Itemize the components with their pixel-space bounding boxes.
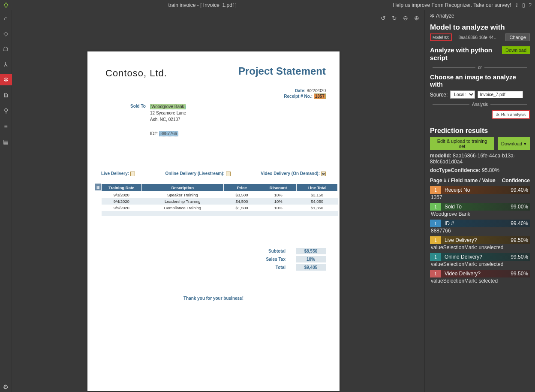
zoom-in-icon[interactable]: ⊕ — [414, 15, 419, 21]
undo-icon[interactable]: ↺ — [381, 15, 386, 21]
subtotal-label: Subtotal — [251, 249, 286, 253]
page-badge: 1 — [430, 253, 441, 261]
statement-title: Project Statement — [238, 65, 326, 77]
python-heading: Analyze with python script — [430, 46, 494, 62]
video-delivery-checkbox — [321, 172, 326, 176]
receipt-label: Receipt # No.: — [284, 94, 313, 99]
analyze-gear-icon[interactable]: ✲ — [0, 75, 12, 85]
chevron-down-icon: ▾ — [524, 141, 526, 147]
soldto-name: Woodgrove Bank — [150, 104, 186, 109]
document-icon[interactable]: 🗎 — [0, 90, 12, 100]
field-confidence: 99.40% — [511, 187, 530, 193]
totals-block: Subtotal$8,550 Sales Tax10% Total$9,405 — [251, 248, 326, 272]
merge-icon[interactable]: ⅄ — [0, 59, 12, 69]
th-price: Price — [224, 184, 260, 192]
survey-link[interactable]: Help us improve Form Recognizer. Take ou… — [393, 2, 511, 8]
tag-icon[interactable]: ◇ — [0, 28, 12, 39]
field-value: 8887766 — [430, 227, 530, 234]
edit-upload-button[interactable]: Edit & upload to training set — [430, 137, 494, 150]
page-badge: 1 — [430, 186, 441, 194]
field-confidence: 99.50% — [511, 237, 530, 243]
source-select[interactable]: Local file — [450, 90, 475, 99]
prediction-field[interactable]: 1Sold To99.00%Woodgrove Bank — [430, 203, 530, 217]
or-divider: or — [430, 65, 530, 70]
prediction-field[interactable]: 1Receipt No99.40%1357 — [430, 186, 530, 200]
left-sidebar: ⌂ ◇ ☖ ⅄ ✲ 🗎 ⚲ ≡ ▤ ⚙ — [0, 10, 12, 392]
invoice-document: Contoso, Ltd. Project Statement Date: 8/… — [87, 51, 340, 391]
download-script-button[interactable]: Download — [502, 46, 530, 54]
page-badge: 1 — [430, 203, 441, 211]
home-icon[interactable]: ⌂ — [0, 13, 12, 23]
analyze-tab[interactable]: ✲Analyze — [430, 10, 530, 21]
field-confidence: 99.40% — [511, 220, 530, 226]
prediction-field[interactable]: 1Video Delivery?99.50%valueSelectionMark… — [430, 270, 530, 284]
plug-icon[interactable]: ⚲ — [0, 106, 12, 116]
run-analysis-button[interactable]: ✲Run analysis — [492, 110, 530, 119]
soldto-label: Sold To — [130, 104, 146, 109]
field-value: valueSelectionMark: unselected — [430, 244, 530, 250]
redo-icon[interactable]: ↻ — [392, 15, 397, 21]
document-canvas: ↺ ↻ ⊖ ⊕ Contoso, Ltd. Project Statement … — [12, 10, 424, 392]
receipt-row: Receipt # No.: 1357 — [284, 94, 326, 99]
field-confidence: 99.50% — [511, 271, 530, 277]
model-id-value: 8aa16866-16fe-44ca-b13a-8bfc6a… — [458, 35, 499, 40]
panel-icon[interactable]: ▯ — [522, 2, 525, 8]
date-label: Date: — [295, 88, 306, 93]
th-line: Line Total — [297, 184, 338, 192]
project-icon[interactable]: ☖ — [0, 44, 12, 54]
doctype-row: docTypeConfidence: 95.80% — [430, 167, 530, 173]
video-delivery-label: Video Delivery (On Demand): — [261, 171, 326, 176]
total-value: $9,405 — [296, 264, 326, 271]
date-value: 8/22/2020 — [307, 88, 326, 93]
live-delivery-checkbox — [130, 172, 135, 176]
th-discount: Discount — [260, 184, 297, 192]
prediction-field[interactable]: 1Online Delivery?99.50%valueSelectionMar… — [430, 253, 530, 267]
download-results-button[interactable]: Download▾ — [498, 137, 530, 150]
analysis-divider: Analysis — [430, 102, 530, 107]
receipt-value: 1357 — [314, 93, 326, 99]
list-header-left: Page # / Field name / Value — [430, 178, 496, 184]
list-icon[interactable]: ≡ — [0, 121, 12, 131]
th-desc: Description — [141, 184, 223, 192]
page-badge: 1 — [430, 270, 441, 277]
zoom-out-icon[interactable]: ⊖ — [403, 15, 408, 21]
page-badge: 1 — [430, 220, 441, 227]
list-header-right: Confidence — [502, 178, 530, 184]
table-row — [102, 211, 338, 216]
page-icon[interactable]: ▤ — [0, 136, 12, 147]
prediction-field[interactable]: 1ID #99.40%8887766 — [430, 220, 530, 234]
source-file-input[interactable] — [478, 91, 523, 98]
tax-value: 10% — [296, 256, 326, 262]
online-delivery-checkbox — [226, 172, 231, 176]
field-confidence: 99.00% — [511, 204, 530, 210]
app-logo-icon — [0, 2, 12, 8]
id-label: ID#: — [150, 131, 158, 136]
window-title: train invoice - [ Invoice_1.pdf ] — [12, 2, 393, 8]
field-value: valueSelectionMark: selected — [430, 277, 530, 284]
source-label: Source: — [430, 92, 448, 98]
line-items-table: ▦ Training Date Description Price Discou… — [95, 184, 332, 216]
total-label: Total — [251, 265, 286, 270]
live-delivery-label: Live Delivery: — [101, 171, 135, 176]
share-icon[interactable]: ⇪ — [514, 2, 519, 8]
sparkle-icon: ✲ — [430, 13, 434, 19]
table-row: 9/5/2020Compliance Training$1,50010%$1,3… — [102, 205, 338, 211]
soldto-block: Woodgrove Bank 12 Sycamore Lane Ash, NC,… — [150, 103, 186, 137]
field-name: ID # — [441, 220, 511, 226]
settings-gear-icon[interactable]: ⚙ — [0, 382, 12, 392]
right-panel: ✲Analyze Model to analyze with Model ID:… — [424, 10, 535, 392]
change-button[interactable]: Change — [505, 33, 530, 41]
field-value: 1357 — [430, 194, 530, 200]
id-value: 8887766 — [159, 131, 178, 136]
field-name: Receipt No — [441, 187, 511, 193]
prediction-field[interactable]: 1Live Delivery?99.50%valueSelectionMark:… — [430, 236, 530, 250]
help-icon[interactable]: ? — [529, 2, 532, 8]
company-name: Contoso, Ltd. — [105, 68, 167, 79]
results-heading: Prediction results — [430, 127, 530, 135]
table-row: 9/3/2020Speaker Training$3,50010%$3,150 — [102, 192, 338, 199]
tax-label: Sales Tax — [251, 257, 286, 262]
subtotal-value: $8,550 — [296, 248, 326, 254]
field-name: Video Delivery? — [441, 271, 511, 277]
table-icon: ▦ — [95, 184, 101, 190]
choose-heading: Choose an image to analyze with — [430, 73, 530, 88]
